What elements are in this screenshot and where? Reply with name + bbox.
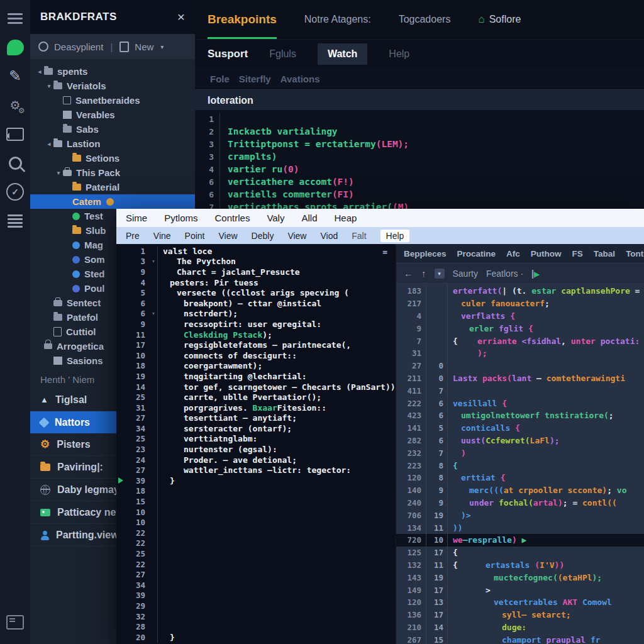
menu-item-viod[interactable]: Viod [320, 231, 338, 241]
line-number[interactable]: 9 [396, 322, 426, 335]
chevron-down-icon[interactable]: ▾ [160, 43, 164, 50]
breadcrumb-item-avations[interactable]: Avations [280, 74, 320, 84]
sidebar-item-setions[interactable]: Setions [30, 151, 195, 165]
panel-tab-beppleces[interactable]: Beppleces [404, 249, 447, 258]
branch-label[interactable]: Deasyplient [54, 42, 103, 52]
fold-chevron-icon[interactable]: ▾ [150, 311, 157, 316]
sidebar-item-paterial[interactable]: Paterial [30, 180, 195, 194]
breakpoints-tab[interactable]: Breakpoints [208, 0, 277, 39]
line-number[interactable]: 141 [396, 422, 426, 435]
line-number[interactable]: 25 [116, 549, 150, 558]
line-number[interactable]: 32 [116, 612, 150, 621]
line-number[interactable]: 6 [195, 190, 219, 199]
line-number[interactable]: 22 [116, 560, 150, 569]
up-icon[interactable]: ↑ [421, 268, 426, 279]
line-number[interactable]: 15 [116, 497, 150, 506]
line-number[interactable]: 267 [396, 633, 426, 644]
line-number[interactable]: 149 [396, 584, 426, 596]
line-number[interactable]: 20 [116, 633, 150, 642]
line-number[interactable]: 5 [116, 288, 150, 297]
fold-chevron-icon[interactable]: ▾ [150, 258, 157, 264]
toolbar-label-saurty[interactable]: Saurty [453, 269, 478, 279]
menu-item-debly[interactable]: Debly [252, 231, 274, 241]
line-number[interactable]: 10 [116, 351, 150, 360]
menu-icon[interactable] [0, 4, 30, 33]
sidebar-item-spents[interactable]: ◂spents [30, 64, 195, 79]
line-number[interactable]: 18 [116, 486, 150, 496]
close-icon[interactable]: × [177, 9, 185, 25]
toolbar-label-featlors[interactable]: Featlors · [486, 269, 523, 279]
panel-tab-fs[interactable]: FS [572, 249, 583, 258]
line-number[interactable]: 39 [116, 591, 150, 600]
menu-item-falt[interactable]: Falt [352, 231, 366, 241]
line-number[interactable]: 31 [116, 403, 150, 413]
line-number[interactable]: 4 [116, 278, 150, 287]
line-number[interactable]: 34 [116, 424, 150, 433]
line-number[interactable]: 136 [396, 609, 426, 621]
line-number[interactable]: 14 [116, 382, 150, 392]
line-number[interactable]: 10 [116, 508, 150, 517]
line-number[interactable]: 120 [396, 472, 426, 484]
popup-code-editor[interactable]: = 1valst loce3▾The Pvytchon9Charct = jac… [116, 244, 395, 644]
sort-chip-icon[interactable]: ▾ [435, 269, 445, 279]
line-number[interactable]: 411 [396, 384, 426, 397]
line-number[interactable]: 22 [116, 528, 150, 538]
menu-item-point[interactable]: Point [185, 231, 205, 241]
back-icon[interactable]: ← [404, 268, 413, 279]
tab-fgluls[interactable]: Fgluls [269, 48, 296, 60]
topbar-item-notre-atagens[interactable]: Notre Atagens: [304, 0, 371, 39]
line-number[interactable]: 706 [396, 509, 426, 521]
panel-tab-tontly[interactable]: Tontly [626, 249, 644, 258]
sidebar-item-sanetberaides[interactable]: Sanetberaides [30, 93, 195, 108]
line-number[interactable]: 140 [396, 484, 426, 497]
line-number[interactable]: 17 [116, 340, 150, 350]
line-number[interactable]: 9 [116, 319, 150, 329]
tree-arrow-icon[interactable]: ▾ [45, 83, 53, 89]
line-number[interactable]: 6 [195, 177, 219, 187]
sidebar-item-lastion[interactable]: ◂Lastion [30, 136, 195, 151]
sidebar-item-catem[interactable]: Catem [30, 194, 195, 209]
line-number[interactable]: 232 [396, 447, 426, 459]
line-number[interactable]: 125 [396, 547, 426, 559]
chat-icon[interactable] [0, 33, 30, 62]
line-number[interactable]: 120 [396, 596, 426, 609]
line-number[interactable]: 24 [116, 455, 150, 465]
line-number[interactable]: 27 [396, 360, 426, 372]
line-number[interactable]: 720 [396, 534, 426, 547]
right-panel-code[interactable]: 183erterfatt(| (t. estar captlansehPore … [396, 284, 644, 644]
line-number[interactable]: 210 [396, 621, 426, 634]
panel-tab-tabal[interactable]: Tabal [594, 249, 615, 258]
tab-help[interactable]: Help [389, 48, 409, 60]
menu-item-contrles[interactable]: Contrles [215, 213, 250, 223]
gears-icon[interactable] [0, 91, 30, 119]
menu-item-pre[interactable]: Pre [126, 231, 140, 241]
tab-susport[interactable]: Susport [208, 48, 248, 60]
sidebar-item-this-pack[interactable]: ▾This Pack [30, 165, 195, 180]
line-number[interactable]: 18 [116, 361, 150, 370]
line-number[interactable]: 29 [116, 601, 150, 611]
line-number[interactable]: 6 [116, 309, 150, 318]
menu-item-valy[interactable]: Valy [267, 213, 284, 223]
check-icon[interactable] [0, 177, 30, 206]
line-number[interactable]: 6 [116, 299, 150, 308]
line-number[interactable]: 9 [116, 267, 150, 277]
search-icon[interactable] [0, 148, 30, 177]
line-number[interactable]: 4 [396, 310, 426, 323]
panel-tab-puthow[interactable]: Puthow [531, 249, 562, 258]
line-number[interactable]: 28 [116, 622, 150, 631]
line-number[interactable]: 11 [116, 330, 150, 340]
panel-tab-afc[interactable]: Afc [506, 249, 520, 258]
line-number[interactable]: 34 [116, 580, 150, 590]
line-number[interactable]: 132 [396, 559, 426, 572]
menu-item-help[interactable]: Help [380, 230, 410, 242]
line-number[interactable]: 1 [116, 247, 150, 256]
tab-watch[interactable]: Watch [318, 43, 367, 65]
line-number[interactable]: 222 [396, 397, 426, 409]
line-number[interactable]: 1 [195, 114, 219, 124]
line-number[interactable]: 2 [195, 127, 219, 136]
line-number[interactable]: 143 [396, 571, 426, 584]
line-number[interactable]: 25 [116, 392, 150, 402]
list-icon[interactable] [0, 206, 30, 235]
monitor-icon[interactable] [0, 119, 30, 148]
line-number[interactable]: 27 [116, 413, 150, 423]
